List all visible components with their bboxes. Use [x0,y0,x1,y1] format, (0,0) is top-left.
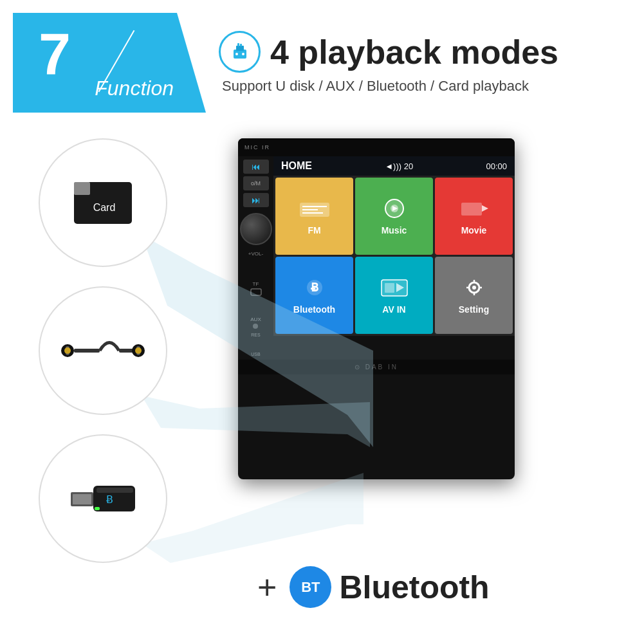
av-in-cell[interactable]: AV IN [355,257,433,334]
bt-badge: BT Bluetooth [290,566,489,608]
usb-drive-icon [228,41,252,64]
car-radio: MIC IR ⏮ o/M ⏭ +VOL- [238,138,515,479]
svg-marker-35 [482,205,488,212]
usb-dongle-circle: Ƀ [39,434,167,563]
main-content: Card [0,125,644,627]
bluetooth-label: Bluetooth [339,569,489,606]
screen-grid: FM Music [273,176,515,336]
settings-icon [458,277,490,299]
usb-dongle-icon: Ƀ [61,470,145,528]
screen-volume: ◄))) 20 [385,161,413,171]
mic-ir-text: MIC IR [244,144,270,151]
svg-rect-21 [73,494,91,504]
svg-rect-10 [74,182,90,195]
bluetooth-cell-label: Bluetooth [293,304,335,315]
bluetooth-cell-icon: Ƀ [299,277,331,299]
playback-modes-text: 4 playback modes [270,33,558,71]
music-label: Music [382,225,407,235]
svg-text:Card: Card [93,202,116,213]
card-circle: Card [39,138,167,267]
playback-title: 4 playback modes [219,31,625,73]
aux-circle [39,286,167,415]
fm-cell[interactable]: FM [275,178,353,255]
music-icon [378,198,410,220]
svg-point-5 [242,53,244,55]
usb-icon-circle [219,31,261,73]
aux-label: AUX [250,317,261,330]
svg-text:Ƀ: Ƀ [311,281,318,294]
svg-rect-39 [385,283,394,293]
svg-point-42 [472,286,476,290]
radio-top-bar: MIC IR [238,138,515,156]
movie-label: Movie [461,225,487,235]
next-button[interactable]: ⏭ [243,193,269,207]
plus-sign: + [257,568,277,607]
svg-rect-2 [237,43,239,46]
screen-home-label: HOME [281,160,312,172]
svg-text:Ƀ: Ƀ [106,494,113,505]
music-cell[interactable]: Music [355,178,433,255]
svg-point-19 [135,347,142,354]
sd-card-icon: Card [71,179,135,227]
svg-rect-13 [74,349,100,353]
function-number: 7 [39,25,71,83]
function-label: Function [95,77,174,100]
svg-point-4 [235,53,238,55]
movie-cell[interactable]: Movie [435,178,513,255]
tf-label: TF [250,281,262,299]
setting-cell[interactable]: Setting [435,257,513,334]
header-section: 7 Function 4 playback modes Support U di… [0,0,644,119]
screen-time: 00:00 [486,161,507,171]
movie-icon [458,198,490,220]
mode-button[interactable]: o/M [243,176,269,190]
setting-label: Setting [459,304,489,315]
support-text: Support U disk / AUX / Bluetooth / Card … [219,78,625,95]
usb-label: USB [251,352,260,356]
svg-rect-3 [240,44,242,46]
radio-left-controls: ⏮ o/M ⏭ +VOL- TF [238,156,273,360]
radio-screen: HOME ◄))) 20 00:00 [273,156,515,360]
radio-body: ⏮ o/M ⏭ +VOL- TF [238,156,515,360]
tf-slot-icon [250,287,262,297]
function-badge: 7 Function [13,13,206,113]
svg-rect-34 [461,203,482,216]
svg-rect-1 [236,46,244,51]
right-section: MIC IR ⏮ o/M ⏭ +VOL- [206,125,644,627]
aux-cable-icon [51,322,154,380]
bluetooth-section: + BT Bluetooth [257,566,490,608]
av-in-icon [378,277,410,299]
fm-label: FM [308,225,320,235]
svg-rect-26 [251,289,261,295]
radio-bottom-label: ⊙ DAB IN [238,360,515,374]
volume-knob[interactable] [240,213,272,245]
av-in-label: AV IN [382,304,405,315]
screen-header: HOME ◄))) 20 00:00 [273,156,515,176]
vol-label: +VOL- [248,251,263,257]
svg-rect-24 [97,488,133,493]
prev-button[interactable]: ⏮ [243,160,269,174]
svg-point-15 [64,347,71,354]
header-right: 4 playback modes Support U disk / AUX / … [206,31,625,95]
left-circles: Card [0,125,206,627]
svg-rect-23 [95,507,100,510]
fm-icon [299,198,331,220]
card-icon-wrapper: Card [71,179,135,227]
res-label: RES [251,333,260,337]
bluetooth-cell[interactable]: Ƀ Bluetooth [275,257,353,334]
bt-circle: BT [290,566,331,608]
